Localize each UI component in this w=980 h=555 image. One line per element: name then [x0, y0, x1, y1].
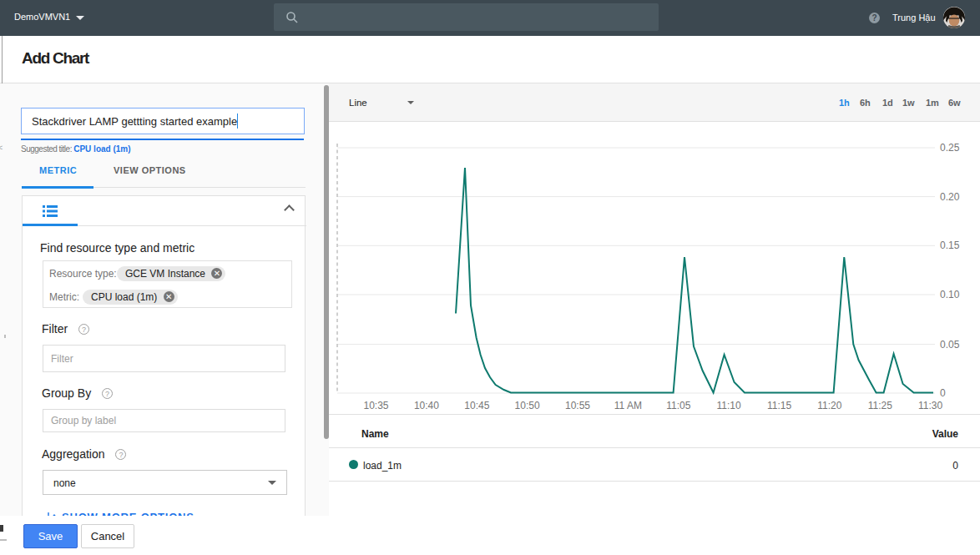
- svg-text:0.10: 0.10: [940, 289, 960, 300]
- svg-text:11:30: 11:30: [918, 400, 942, 411]
- svg-text:0.15: 0.15: [940, 240, 960, 251]
- svg-text:0.05: 0.05: [940, 339, 960, 351]
- svg-text:11:15: 11:15: [767, 400, 791, 411]
- svg-text:0.20: 0.20: [940, 191, 960, 203]
- svg-text:10:50: 10:50: [515, 400, 540, 411]
- svg-text:10:40: 10:40: [414, 400, 439, 411]
- svg-text:11:10: 11:10: [717, 400, 741, 411]
- svg-text:0.25: 0.25: [940, 142, 960, 154]
- svg-text:10:35: 10:35: [363, 400, 388, 411]
- svg-text:11:05: 11:05: [666, 400, 690, 411]
- svg-text:11 AM: 11 AM: [614, 400, 642, 411]
- svg-text:11:25: 11:25: [868, 400, 892, 411]
- svg-text:10:45: 10:45: [464, 400, 489, 411]
- svg-text:11:20: 11:20: [817, 400, 841, 411]
- svg-text:0: 0: [940, 387, 946, 399]
- svg-text:10:55: 10:55: [565, 400, 590, 411]
